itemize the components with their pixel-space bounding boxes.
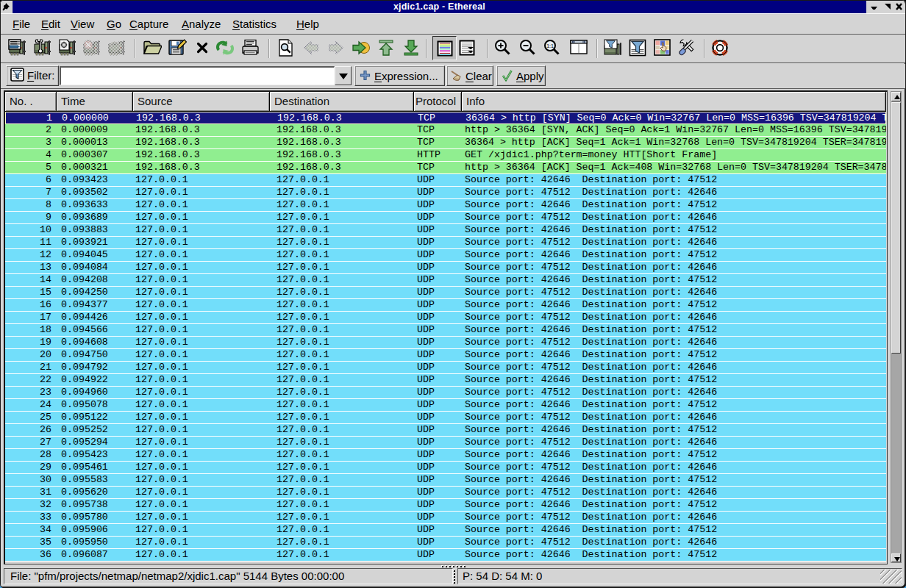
svg-text:1:1: 1:1 [546,43,554,49]
